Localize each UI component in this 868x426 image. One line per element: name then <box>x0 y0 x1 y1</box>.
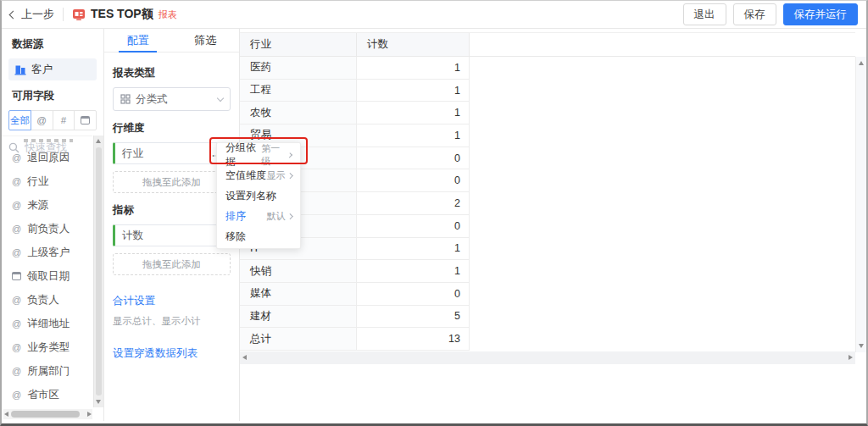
menu-item[interactable]: 分组依据第一级 <box>217 145 300 165</box>
field-item[interactable]: @退回原因 <box>2 146 92 169</box>
menu-item[interactable]: 移除 <box>217 226 300 246</box>
table-row: 建材5 <box>240 306 855 329</box>
menu-item-label: 空值维度 <box>225 169 266 183</box>
fields-heading: 可用字段 <box>12 89 93 103</box>
toolbar-divider <box>63 8 64 21</box>
report-icon <box>72 8 86 21</box>
metric-dropzone[interactable]: 拖拽至此添加 <box>113 253 231 275</box>
table-cell-dimension: 总计 <box>240 328 357 351</box>
datasource-item-customer[interactable]: 客户 <box>8 58 97 80</box>
table-row: 工程1 <box>240 80 855 102</box>
sidebar-vertical-scrollbar[interactable] <box>93 136 103 407</box>
filter-tab[interactable]: 全部 <box>8 110 31 130</box>
datasource-label: 客户 <box>31 63 53 77</box>
field-item[interactable]: @省市区 <box>2 383 92 407</box>
scroll-down-arrow-icon[interactable] <box>96 400 101 404</box>
calendar-icon <box>81 116 90 124</box>
save-and-run-button[interactable]: 保存并运行 <box>783 3 859 25</box>
result-table-body: 医药1工程1农牧1贸易10020IT1快销1媒体0建材5总计13 <box>240 57 855 351</box>
context-menu: 分组依据第一级空值维度显示设置列名称排序默认移除 <box>216 142 301 249</box>
field-label: 来源 <box>27 198 48 213</box>
field-label: 退回原因 <box>27 151 70 165</box>
table-cell-value: 5 <box>357 306 470 329</box>
toolbar-buttons: 退出 保存 保存并运行 <box>683 3 859 25</box>
drill-through-link[interactable]: 设置穿透数据列表 <box>113 346 231 361</box>
field-label: 负责人 <box>27 293 59 307</box>
scroll-down-arrow-icon[interactable] <box>859 344 864 348</box>
report-builder-window: 上一步 TES TOP额 报表 退出 保存 保存并运行 数据源 客户 可用字段 … <box>0 0 868 426</box>
field-label: 详细地址 <box>27 317 70 331</box>
sidebar-horizontal-scrollbar[interactable] <box>3 409 92 419</box>
back-label: 上一步 <box>21 7 54 22</box>
table-header-row: 行业 计数 <box>240 32 855 57</box>
main-horizontal-scrollbar[interactable] <box>240 351 855 364</box>
field-label: 业务类型 <box>27 340 70 355</box>
filter-tab[interactable]: @ <box>31 110 53 130</box>
field-label: 行业 <box>27 174 48 189</box>
metric-chip[interactable]: 计数 <box>113 224 231 246</box>
at-icon: @ <box>12 390 21 400</box>
tab-filter[interactable]: 筛选 <box>172 29 240 52</box>
metric-field-label: 计数 <box>122 229 143 243</box>
scroll-right-arrow-icon[interactable] <box>849 355 853 360</box>
field-item[interactable]: @负责人 <box>2 288 92 312</box>
field-item[interactable]: @前负责人 <box>2 217 92 241</box>
menu-item-value: 默认 <box>267 210 292 223</box>
filter-tab-calendar[interactable] <box>74 110 97 130</box>
total-settings-link[interactable]: 合计设置 <box>113 294 231 308</box>
menu-item-label: 排序 <box>225 209 246 224</box>
table-cell-value: 2 <box>357 192 470 215</box>
field-item[interactable]: @业务类型 <box>2 335 92 359</box>
toolbar: 上一步 TES TOP额 报表 退出 保存 保存并运行 <box>2 1 866 29</box>
menu-item[interactable]: 排序默认 <box>217 206 300 226</box>
save-button[interactable]: 保存 <box>733 3 776 25</box>
building-icon <box>14 64 26 75</box>
scroll-right-arrow-icon[interactable] <box>87 412 92 417</box>
exit-button[interactable]: 退出 <box>683 3 726 25</box>
field-list: @退回原因@行业@来源@前负责人@上级客户领取日期@负责人@详细地址@业务类型@… <box>2 136 92 407</box>
field-item-partially-scrolled[interactable] <box>24 139 73 142</box>
row-dimension-chip[interactable]: 行业 <box>113 142 231 164</box>
field-label: 前负责人 <box>27 222 70 236</box>
report-type-select[interactable]: 分类式 <box>113 87 231 111</box>
table-row: 媒体0 <box>240 283 855 306</box>
chevron-left-icon <box>9 10 18 19</box>
field-item[interactable]: @行业 <box>2 169 92 193</box>
scroll-left-arrow-icon[interactable] <box>242 355 247 360</box>
table-cell-value: 0 <box>357 169 470 192</box>
table-row: 快销1 <box>240 260 855 283</box>
column-header-count: 计数 <box>357 33 470 57</box>
back-button[interactable]: 上一步 <box>10 7 54 22</box>
field-label: 领取日期 <box>27 269 70 284</box>
scroll-up-arrow-icon[interactable] <box>96 139 101 143</box>
calendar-icon <box>12 272 21 280</box>
field-item[interactable]: @上级客户 <box>2 241 92 264</box>
field-item[interactable]: 领取日期 <box>2 264 92 288</box>
field-item[interactable]: @来源 <box>2 193 92 217</box>
scroll-left-arrow-icon[interactable] <box>4 412 8 417</box>
table-row: 2 <box>240 192 855 215</box>
content: 数据源 客户 可用字段 全部@# @退回原因@行业@来源@前负责人@上级客户领取… <box>2 29 866 421</box>
menu-item[interactable]: 空值维度显示 <box>217 165 300 185</box>
menu-item-value: 第一级 <box>261 142 292 168</box>
datasource-heading: 数据源 <box>12 37 93 52</box>
filter-tab[interactable]: # <box>53 110 75 130</box>
field-item[interactable]: @所属部门 <box>2 359 92 383</box>
main-vertical-scrollbar[interactable] <box>855 57 866 352</box>
field-item[interactable]: @详细地址 <box>2 312 92 335</box>
scrollbar-thumb[interactable] <box>11 411 80 418</box>
row-dimension-dropzone[interactable]: 拖拽至此添加 <box>113 171 231 193</box>
tab-config[interactable]: 配置 <box>104 29 172 52</box>
menu-item-label: 移除 <box>225 230 246 244</box>
scrollbar-thumb[interactable] <box>96 147 102 396</box>
page-title: TES TOP额 <box>91 7 153 22</box>
scroll-up-arrow-icon[interactable] <box>859 61 864 65</box>
field-label: 省市区 <box>27 388 59 402</box>
table-row: 0 <box>240 169 855 192</box>
table-cell-dimension: 媒体 <box>240 283 357 306</box>
table-cell-value: 1 <box>357 57 470 80</box>
table-cell-dimension: 建材 <box>240 306 357 329</box>
menu-item[interactable]: 设置列名称 <box>217 185 300 206</box>
field-label: 所属部门 <box>27 364 70 379</box>
at-icon: @ <box>12 247 21 257</box>
